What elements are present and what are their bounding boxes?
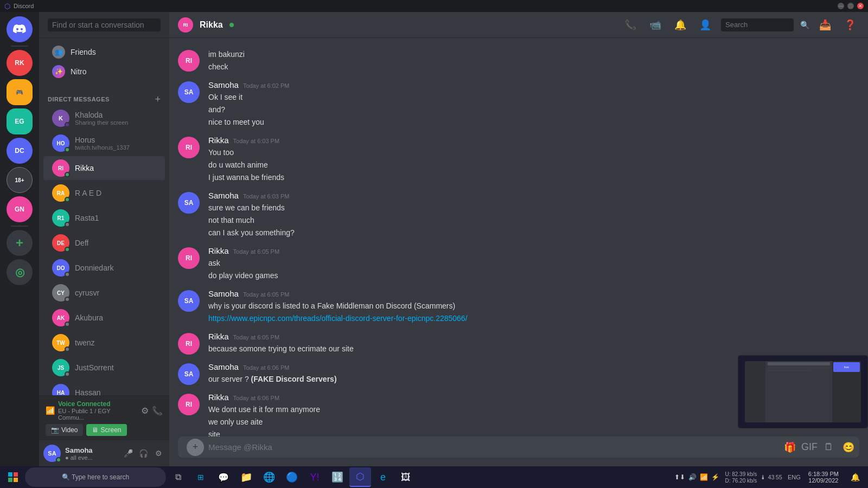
dm-search-input[interactable] [48, 18, 161, 31]
video-call-icon[interactable]: 📹 [646, 19, 665, 31]
message-text-rikka-605b-1: because somone trying to ecrimate our si… [208, 343, 859, 355]
chat-area: RI Rikka 📞 📹 🔔 👤 🔍 📥 ❓ RI im bakunzi che… [169, 12, 868, 466]
dm-item-akubura[interactable]: AK Akubura ✕ [43, 306, 165, 330]
maximize-button[interactable]: □ [847, 3, 854, 9]
lang-label: ENG [786, 474, 803, 480]
dm-item-raed[interactable]: RA R A E D ✕ [43, 181, 165, 205]
dm-name-hassan: Hassan [75, 388, 100, 395]
dm-item-info-akubura: Akubura [75, 313, 103, 322]
profile-icon[interactable]: 👤 [696, 19, 714, 31]
taskbar-app-ie[interactable]: 🔵 [281, 467, 303, 487]
taskbar-app-explorer[interactable]: 📁 [235, 467, 257, 487]
chat-header-avatar: RI [178, 17, 193, 33]
nitro-nav-item[interactable]: ✨ Nitro [43, 62, 165, 81]
dm-subtext-khaloda: Sharing their screen [75, 119, 128, 126]
dm-name-cyrusvr: cyrusvr [75, 288, 99, 297]
dm-item-justsorrent[interactable]: JS JustSorrent ✕ [43, 356, 165, 380]
server-icon-2[interactable]: 🎮 [7, 79, 33, 105]
inbox-icon[interactable]: 📥 [816, 19, 834, 31]
dm-item-cyrusvr[interactable]: CY cyrusvr ✕ [43, 281, 165, 305]
message-group-rikka-603: RI Rikka Today at 6:03 PM You too do u w… [169, 133, 868, 187]
dm-sidebar: 👥 Friends ✨ Nitro DIRECT MESSAGES + K Kh… [39, 12, 169, 466]
help-icon[interactable]: ❓ [841, 19, 859, 31]
discover-button[interactable]: ◎ [7, 259, 33, 285]
gift-button[interactable]: 🎁 [781, 439, 799, 456]
chat-search-input[interactable] [721, 18, 794, 31]
add-server-button[interactable]: + [7, 230, 33, 256]
screen-label: Screen [100, 426, 121, 434]
headset-button[interactable]: 🎧 [137, 447, 150, 460]
tray-icon-1: ⬆⬇ [674, 473, 685, 481]
user-panel-avatar: SA [43, 445, 61, 462]
taskbar-chat[interactable]: 💬 [213, 467, 234, 487]
user-settings-button[interactable]: ⚙ [152, 447, 165, 460]
discord-home-button[interactable] [7, 16, 33, 42]
user-panel-info: Samoha ● all eve... [65, 446, 117, 461]
sticker-button[interactable]: 🗒 [820, 439, 838, 456]
message-avatar-rikka-605b: RI [178, 333, 200, 355]
taskbar-clock[interactable]: 6:18:39 PM 12/09/2022 [804, 471, 843, 484]
nitro-label: Nitro [71, 67, 87, 76]
server-icon-3[interactable]: EG [7, 108, 33, 134]
message-add-button[interactable]: + [187, 439, 204, 456]
voice-settings-icon[interactable]: ⚙ [141, 406, 149, 416]
server-icon-5[interactable]: 18+ [7, 167, 33, 193]
start-button[interactable] [2, 467, 24, 487]
taskbar-app-discord[interactable]: ⬡ [349, 467, 371, 487]
dm-item-hassan[interactable]: HA Hassan ✕ [43, 381, 165, 395]
message-text-rikka-606-3: site [208, 429, 859, 436]
call-icon[interactable]: 📞 [621, 19, 640, 31]
dm-item-rasta1[interactable]: R1 Rasta1 ✕ [43, 206, 165, 230]
voice-disconnect-icon[interactable]: 📞 [152, 406, 163, 416]
tray-icon-4: ⚡ [711, 473, 719, 481]
dm-add-button[interactable]: + [155, 94, 161, 104]
dm-item-horus[interactable]: HO Horus twitch.tv/horus_1337 ✕ [43, 131, 165, 155]
server-icon-4[interactable]: DC [7, 138, 33, 164]
svg-rect-2 [8, 478, 12, 482]
dm-item-khaloda[interactable]: K Khaloda Sharing their screen ✕ [43, 106, 165, 130]
dm-name-raed: R A E D [75, 189, 101, 197]
dm-item-rikka[interactable]: RI Rikka ✕ [43, 156, 165, 180]
video-button[interactable]: 📷 Video [46, 424, 83, 436]
taskbar-task-view[interactable]: ⧉ [167, 467, 189, 487]
dm-item-donniedark[interactable]: DO Donniedark ✕ [43, 256, 165, 280]
dm-item-twenz[interactable]: TW twenz ✕ [43, 331, 165, 355]
gif-button[interactable]: GIF [801, 439, 818, 456]
voice-status: 📶 Voice Connected EU - Public 1 / EGY Co… [46, 400, 163, 421]
deff-status-dot [65, 247, 70, 252]
taskbar-app-calc[interactable]: 🔢 [327, 467, 348, 487]
message-input[interactable] [208, 436, 777, 458]
taskbar-widgets[interactable]: ⊞ [190, 467, 212, 487]
taskbar-search-area[interactable]: 🔍 Type here to search [25, 467, 166, 487]
dm-avatar-cyrusvr: CY [52, 284, 69, 301]
screenshot-thumbnail: live [738, 355, 868, 428]
notification-center-button[interactable]: 🔔 [844, 467, 866, 487]
message-group-samoha-602: SA Samoha Today at 6:02 PM Ok I see it a… [169, 78, 868, 131]
taskbar-app-yahoo[interactable]: Y! [304, 467, 326, 487]
taskbar-app-edge[interactable]: e [372, 467, 394, 487]
message-content-samoha-605: Samoha Today at 6:05 PM why is your disc… [208, 289, 859, 325]
server-icon-1[interactable]: RK [7, 50, 33, 76]
notification-icon[interactable]: 🔔 [671, 19, 690, 31]
emoji-button[interactable]: 😊 [840, 439, 857, 456]
message-text-bakunzi-2: check [208, 61, 859, 73]
close-button[interactable]: ✕ [857, 3, 864, 9]
taskbar-app-chrome[interactable]: 🌐 [258, 467, 280, 487]
server-icon-6[interactable]: GN [7, 196, 33, 222]
cyrusvr-status-dot [65, 297, 70, 302]
friends-nav-item[interactable]: 👥 Friends [43, 42, 165, 62]
dm-item-deff[interactable]: DE Deff ✕ [43, 231, 165, 255]
message-avatar-rikka-606: RI [178, 394, 200, 415]
twenz-status-dot [65, 346, 70, 352]
mic-button[interactable]: 🎤 [122, 447, 135, 460]
epicnpc-link-1[interactable]: https://www.epicnpc.com/threads/official… [208, 314, 468, 323]
message-avatar-rikka-1: RI [178, 50, 200, 72]
taskbar-app-photos[interactable]: 🖼 [395, 467, 417, 487]
message-text-rikka-603-1: You too [208, 147, 859, 158]
message-input-actions: 🎁 GIF 🗒 😊 [781, 439, 857, 456]
screen-share-button[interactable]: 🖥 Screen [86, 424, 126, 436]
message-timestamp-rikka-603: Today at 6:03 PM [233, 138, 280, 144]
user-panel-name: Samoha [65, 446, 117, 454]
minimize-button[interactable]: — [838, 3, 844, 9]
message-group-rikka-605b: RI Rikka Today at 6:05 PM because somone… [169, 330, 868, 358]
